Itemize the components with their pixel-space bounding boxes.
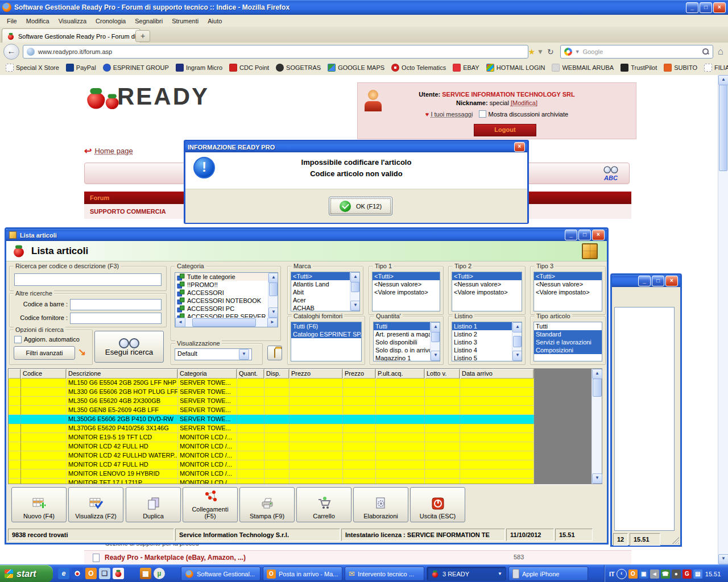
list-item[interactable]: <Tutti> xyxy=(534,272,602,280)
cell-codice[interactable] xyxy=(21,397,67,406)
list-item[interactable]: Listino 2 xyxy=(452,330,522,338)
search-box[interactable]: ▼ Google xyxy=(560,45,713,59)
column-header[interactable]: Codice xyxy=(21,369,67,379)
cell-descrizione[interactable]: ML370G6 E5620 P410/256 3X146G xyxy=(67,424,178,433)
column-header[interactable]: Data arrivo xyxy=(460,369,534,379)
cell-codice[interactable] xyxy=(21,388,67,397)
list-item[interactable]: Standard xyxy=(534,330,602,338)
table-row[interactable]: MONITOR LCD 42 FULL HD MONITOR LCD /... xyxy=(9,442,534,451)
bookmark-item[interactable]: Octo Telematics xyxy=(389,63,448,73)
marca-list[interactable]: <Tutti>Atlantis LandAbitAcerACHAB ▲ ▼ xyxy=(291,272,360,311)
column-header[interactable]: Lotto v. xyxy=(425,369,460,379)
cell-categoria[interactable]: MONITOR LCD /... xyxy=(178,460,237,469)
display-icon[interactable]: ▤ xyxy=(693,569,702,579)
catalogs-list[interactable]: Tutti (F6)Catalogo ESPRINET SPA xyxy=(291,322,362,361)
resize-grip[interactable] xyxy=(672,537,679,544)
ok-button[interactable]: OK (F12) xyxy=(329,197,392,215)
menu-item[interactable]: Strumenti xyxy=(167,16,203,26)
list-item[interactable]: Tutti xyxy=(534,322,602,330)
article-type-list[interactable]: TuttiStandardServizi e lavorazioniCompos… xyxy=(533,322,602,361)
cell-codice[interactable] xyxy=(21,406,67,415)
cell-categoria[interactable]: MONITOR LCD /... xyxy=(178,451,237,460)
view-folder-button[interactable] xyxy=(267,346,282,360)
abc-search-icon[interactable]: ABC xyxy=(601,164,621,181)
bookmark-item[interactable]: HOTMAIL LOGIN xyxy=(484,63,548,73)
cell-descrizione[interactable]: MONITOR E19-5 19 TFT LCD xyxy=(67,433,178,442)
bookmark-item[interactable]: EBAY xyxy=(450,63,482,73)
category-item[interactable]: Tutte le categorie xyxy=(175,273,278,281)
menu-item[interactable]: Modifica xyxy=(22,16,54,26)
category-hscrollbar[interactable]: ◄ ► xyxy=(175,318,278,327)
advanced-filters-button[interactable]: Filtri avanzati xyxy=(14,346,75,360)
scroll-up-icon[interactable]: ▲ xyxy=(718,75,728,85)
list-item[interactable]: Composizioni xyxy=(534,346,602,354)
column-header[interactable]: Descrizione xyxy=(67,369,178,379)
language-indicator[interactable]: IT xyxy=(609,571,615,577)
bookmark-item[interactable]: SOGETRAS xyxy=(274,63,323,73)
bookmark-dropdown-icon[interactable]: ▼ xyxy=(535,48,545,56)
minimize-button[interactable]: _ xyxy=(565,230,577,240)
cell-codice[interactable] xyxy=(21,442,67,451)
browser-titlebar[interactable]: Software Gestionale Ready Pro - Forum di… xyxy=(0,0,728,15)
cell-categoria[interactable]: SERVER TOWE... xyxy=(178,388,237,397)
modify-link[interactable]: [Modifica] xyxy=(511,99,537,106)
list-item[interactable]: <Nessun valore> xyxy=(452,280,522,288)
pricelist-list[interactable]: Listino 1Listino 2Listino 3Listino 4List… xyxy=(452,322,522,361)
volume-muted-icon[interactable]: ◄ xyxy=(650,569,659,579)
utorrent-icon[interactable]: µ xyxy=(154,568,165,579)
outlook-tray-icon[interactable]: O xyxy=(628,569,638,579)
firefox-quicklaunch-icon[interactable] xyxy=(126,568,138,579)
table-row[interactable]: ML350 GEN8 E5-2609 4GB LFF SERVER TOWE..… xyxy=(9,406,534,415)
table-row[interactable]: ML330 G6 E5606 2GB HOT PLUG LFF SERVER T… xyxy=(9,388,534,397)
maximize-button[interactable]: □ xyxy=(700,2,712,13)
search-engine-dropdown-icon[interactable]: ▼ xyxy=(575,49,580,55)
background-window-titlebar[interactable]: _ □ × xyxy=(612,275,680,287)
cell-descrizione[interactable]: MONITOR TFT 17 L1711P xyxy=(67,479,178,484)
back-button[interactable]: ← xyxy=(3,44,19,60)
bookmark-item[interactable]: Ingram Micro xyxy=(173,63,225,73)
tray-chevron-icon[interactable]: ‹ xyxy=(617,569,627,579)
close-button[interactable]: × xyxy=(713,2,726,13)
cell-descrizione[interactable]: MONITOR LCD 42 FULL HD xyxy=(67,442,178,451)
column-header[interactable] xyxy=(9,369,21,379)
table-row[interactable]: ML370G6 E5620 P410/256 3X146G SERVER TOW… xyxy=(9,424,534,433)
cell-categoria[interactable]: SERVER TOWE... xyxy=(178,397,237,406)
marketplace-link[interactable]: Ready Pro - Marketplace (eBay, Amazon, .… xyxy=(105,554,246,562)
tipo3-list[interactable]: <Tutti><Nessun valore><Valore impostato> xyxy=(533,272,602,311)
close-button[interactable]: × xyxy=(592,230,605,240)
bookmark-item[interactable]: GOOGLE MAPS xyxy=(325,63,387,73)
close-button[interactable]: × xyxy=(665,276,678,286)
tipo1-list[interactable]: <Tutti><Nessun valore><Valore impostato> xyxy=(372,272,440,311)
column-header[interactable]: Quant. xyxy=(237,369,264,379)
list-item[interactable]: <Tutti> xyxy=(373,272,440,280)
run-search-button[interactable]: Esegui ricerca xyxy=(94,331,164,363)
visualizza-button[interactable]: Visualizza (F2) xyxy=(68,487,123,522)
list-item[interactable]: <Nessun valore> xyxy=(534,280,602,288)
table-row[interactable]: ML350 G6 E5620 4GB 2X300GB SERVER TOWE..… xyxy=(9,397,534,406)
list-item[interactable]: Acer xyxy=(291,296,359,304)
page-scrollbar[interactable]: ▲ ▼ xyxy=(718,75,728,564)
table-vscrollbar[interactable]: ▲ ▼ xyxy=(592,369,602,484)
cell-categoria[interactable]: SERVER TOWE... xyxy=(178,379,237,388)
list-item[interactable]: Listino 3 xyxy=(452,338,522,346)
cell-descrizione[interactable]: ML350G6 E5606 2GB P410 DVD-RW xyxy=(67,415,178,424)
task-firefox[interactable]: Software Gestional... xyxy=(181,567,260,581)
cell-categoria[interactable]: SERVER TOWE... xyxy=(178,415,237,424)
cell-codice[interactable] xyxy=(21,379,67,388)
menu-item[interactable]: Segnalibri xyxy=(130,16,167,26)
start-button[interactable]: start xyxy=(0,565,53,582)
dialog-titlebar[interactable]: INFORMAZIONE READY PRO × xyxy=(185,142,527,152)
bookmark-star-icon[interactable]: ★ xyxy=(528,47,536,56)
table-row[interactable]: MONITOR LCD 42 FULLHD WATERP... MONITOR … xyxy=(9,451,534,460)
new-tab-button[interactable]: + xyxy=(135,30,150,42)
list-item[interactable]: Abit xyxy=(291,288,359,296)
readypro-icon[interactable] xyxy=(113,568,124,579)
search-magnifier-icon[interactable] xyxy=(702,48,709,55)
nuovo-button[interactable]: Nuovo (F4) xyxy=(11,487,67,522)
bookmark-item[interactable]: ESPRINET GROUP xyxy=(101,63,171,73)
list-item[interactable]: Tutti (F6) xyxy=(291,322,361,330)
list-item[interactable]: ACHAB xyxy=(291,304,359,311)
bookmark-item[interactable]: SUBITO xyxy=(661,63,700,73)
archived-checkbox[interactable] xyxy=(479,110,486,118)
category-item[interactable]: !!PROMO!! xyxy=(175,281,278,289)
